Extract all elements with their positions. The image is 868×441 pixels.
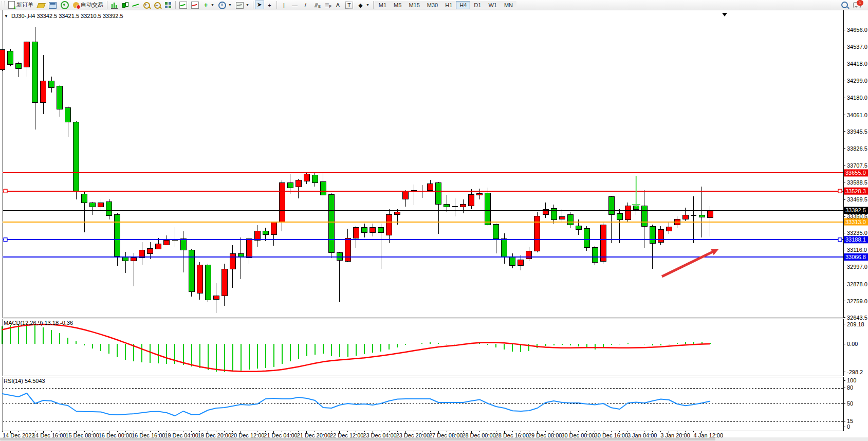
market-watch-button[interactable]: [47, 1, 59, 9]
timeframe-m15-button[interactable]: M15: [405, 1, 423, 9]
svg-text:33350.5: 33350.5: [847, 213, 867, 219]
svg-text:33826.5: 33826.5: [847, 145, 867, 152]
svg-text:32643.5: 32643.5: [847, 315, 867, 321]
chart-shift-button[interactable]: [189, 1, 201, 9]
text-label-icon: T: [345, 2, 353, 9]
price-badge-33528.3[interactable]: 33528.3: [844, 188, 868, 195]
templates-button[interactable]: ▼: [234, 1, 251, 9]
svg-text:33188.1: 33188.1: [845, 236, 866, 243]
dropdown-caret-icon: ▼: [246, 3, 249, 7]
notifications-icon[interactable]: 1: [853, 2, 861, 8]
line-handle[interactable]: [4, 238, 7, 242]
svg-text:33707.5: 33707.5: [847, 162, 867, 169]
chart-candles-button[interactable]: [120, 1, 131, 9]
crosshair-icon: +: [266, 2, 273, 9]
svg-text:50: 50: [847, 400, 853, 407]
svg-text:80: 80: [847, 384, 853, 391]
template-icon: [236, 2, 244, 9]
price-badge-33066.8[interactable]: 33066.8: [844, 253, 868, 261]
toolbar-separator: [276, 1, 277, 9]
autotrade-button[interactable]: 自动交易: [71, 1, 105, 9]
svg-text:0: 0: [847, 424, 850, 430]
autotrade-icon: [73, 2, 79, 8]
svg-text:34418.0: 34418.0: [847, 61, 867, 67]
trendline-button[interactable]: /: [300, 1, 311, 9]
toolbar-separator: [253, 1, 253, 9]
line-handle[interactable]: [838, 189, 842, 193]
dropdown-caret-icon: ▼: [366, 3, 370, 7]
timeframe-m1-button[interactable]: M1: [375, 1, 390, 9]
rsi-indicator-label: RSI(14) 54.5043: [4, 378, 45, 384]
fibonacci-button[interactable]: ≣F: [322, 1, 333, 9]
svg-text:33066.8: 33066.8: [845, 254, 866, 260]
price-badge-33655.0[interactable]: 33655.0: [844, 169, 868, 176]
timeframe-mn-button[interactable]: MN: [501, 1, 516, 9]
horizontal-line-icon: —: [291, 2, 298, 9]
text-icon: A: [335, 2, 341, 9]
toolbar-separator: [107, 1, 107, 9]
svg-text:34299.0: 34299.0: [847, 78, 867, 84]
market-watch-icon: [49, 2, 57, 9]
clock-icon: [218, 2, 226, 9]
vertical-line-button[interactable]: |: [279, 1, 289, 9]
line-handle[interactable]: [838, 238, 842, 242]
chart-line-button[interactable]: [131, 1, 141, 9]
crosshair-button[interactable]: +: [264, 1, 275, 9]
add-indicator-icon: +: [203, 2, 209, 9]
tile-windows-button[interactable]: [163, 1, 174, 9]
svg-text:34180.0: 34180.0: [847, 95, 867, 101]
chart-window: 33655.033528.333313.033188.133066.833392…: [0, 10, 868, 441]
main-toolbar: 新订单 自动交易 + − +▼ ▼ ▼ ➤ + | — / ⫻E ≣F A T …: [0, 0, 868, 10]
search-icon[interactable]: [841, 2, 848, 8]
eraser-icon: [36, 3, 46, 8]
zoom-in-button[interactable]: +: [141, 1, 152, 9]
auto-scroll-button[interactable]: [177, 1, 189, 9]
macd-indicator-label: MACD(12,26,9) 13.18 -0.36: [4, 320, 73, 326]
svg-text:32759.0: 32759.0: [847, 298, 867, 304]
svg-text:-298.2: -298.2: [847, 369, 863, 375]
price-badge-33188.1[interactable]: 33188.1: [844, 236, 868, 243]
add-indicator-button[interactable]: +▼: [201, 1, 216, 9]
arrows-button[interactable]: ◆▼: [355, 1, 372, 9]
toolbar-grip[interactable]: [2, 2, 5, 8]
timeframe-h1-button[interactable]: H1: [441, 1, 456, 9]
svg-text:34656.0: 34656.0: [847, 27, 867, 33]
timeframe-d1-button[interactable]: D1: [470, 1, 485, 9]
tile-windows-icon: [165, 2, 172, 8]
timeframe-m5-button[interactable]: M5: [390, 1, 405, 9]
line-handle[interactable]: [4, 189, 7, 193]
svg-text:32997.0: 32997.0: [847, 264, 867, 270]
periods-button[interactable]: ▼: [216, 1, 234, 9]
new-order-icon: [8, 1, 15, 9]
timeframe-m30-button[interactable]: M30: [423, 1, 441, 9]
collapse-triangle-icon[interactable]: ▼: [4, 14, 8, 19]
chart-canvas[interactable]: 33655.033528.333313.033188.133066.833392…: [0, 10, 868, 441]
svg-text:100: 100: [847, 377, 856, 383]
chart-ohlc-title: DJ30-,H4 33342.5 33421.5 33210.5 33392.5: [11, 13, 123, 19]
timeframe-w1-button[interactable]: W1: [485, 1, 501, 9]
auto-scroll-icon: [179, 2, 187, 9]
svg-text:33528.3: 33528.3: [845, 188, 866, 194]
toolbar-separator: [175, 1, 176, 9]
text-label-button[interactable]: T: [343, 1, 355, 9]
dropdown-caret-icon: ▼: [211, 3, 214, 7]
cursor-button[interactable]: ➤: [255, 1, 264, 9]
bar-chart-icon: [111, 2, 118, 9]
new-order-button[interactable]: 新订单: [6, 1, 35, 9]
timeframe-h4-button[interactable]: H4: [456, 1, 470, 9]
vertical-line-icon: |: [281, 2, 287, 9]
text-button[interactable]: A: [333, 1, 343, 9]
scrollbar-thumb[interactable]: [0, 438, 715, 440]
zoom-out-button[interactable]: −: [152, 1, 163, 9]
chart-bars-button[interactable]: [109, 1, 120, 9]
signal-icon: [61, 1, 69, 9]
svg-text:33945.5: 33945.5: [847, 128, 867, 135]
horizontal-scrollbar[interactable]: [0, 437, 868, 441]
autotrade-label: 自动交易: [81, 1, 103, 9]
horizontal-line-button[interactable]: —: [289, 1, 300, 9]
signals-button[interactable]: [59, 1, 71, 9]
chart-title: ▼ DJ30-,H4 33342.5 33421.5 33210.5 33392…: [4, 13, 123, 19]
eraser-button[interactable]: [35, 1, 47, 9]
channel-button[interactable]: ⫻E: [311, 1, 322, 9]
cursor-icon: ➤: [257, 2, 262, 8]
